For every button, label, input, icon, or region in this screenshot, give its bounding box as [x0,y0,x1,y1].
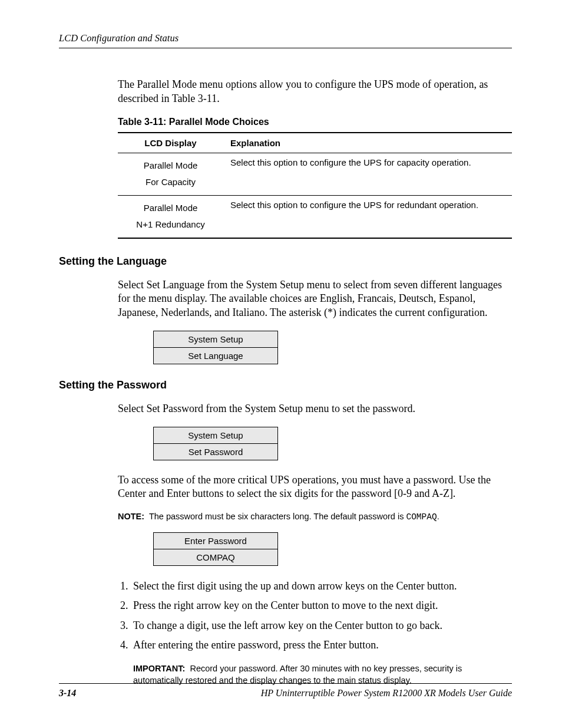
lcd-display-language: System Setup Set Language [153,331,278,364]
lcd-display-set-password: System Setup Set Password [153,427,278,460]
table-header-lcd: LCD Display [118,133,223,153]
lcd-line: Parallel Mode [144,203,198,213]
lcd-line: COMPAQ [154,549,278,566]
lcd-line: N+1 Redundancy [136,219,204,229]
password-note: NOTE: The password must be six character… [118,512,512,522]
note-suffix: . [437,512,439,521]
page-number: 3-14 [59,688,76,699]
heading-setting-password: Setting the Password [59,379,512,391]
lcd-line: System Setup [154,331,278,347]
heading-setting-language: Setting the Language [59,255,512,268]
important-label: IMPORTANT: [133,664,185,673]
table-cell-explanation: Select this option to configure the UPS … [223,153,512,195]
step-item: Press the right arrow key on the Center … [131,598,512,612]
parallel-mode-table: LCD Display Explanation Parallel Mode Fo… [118,132,512,239]
table-caption: Table 3-11: Parallel Mode Choices [118,117,512,127]
step-item: After entering the entire password, pres… [131,638,512,652]
table-cell-lcd: Parallel Mode N+1 Redundancy [118,195,223,238]
footer-title: HP Uninterruptible Power System R12000 X… [261,688,512,699]
lcd-display-enter-password: Enter Password COMPAQ [153,532,278,566]
lcd-line: Enter Password [154,533,278,549]
password-paragraph-2: To access some of the more critical UPS … [118,473,512,502]
page-footer: 3-14 HP Uninterruptible Power System R12… [59,683,512,699]
table-cell-lcd: Parallel Mode For Capacity [118,153,223,195]
step-item: To change a digit, use the left arrow ke… [131,618,512,633]
running-header: LCD Configuration and Status [59,32,512,48]
lcd-line: Parallel Mode [144,160,198,170]
table-cell-explanation: Select this option to configure the UPS … [223,195,512,238]
step-item: Select the first digit using the up and … [131,579,512,593]
password-paragraph-1: Select Set Password from the System Setu… [118,402,512,416]
lcd-line: For Capacity [146,177,196,187]
note-label: NOTE: [118,512,144,521]
intro-paragraph: The Parallel Mode menu options allow you… [118,78,512,106]
note-code: COMPAQ [406,512,437,522]
password-steps: Select the first digit using the up and … [118,579,512,652]
lcd-line: Set Language [154,347,278,364]
table-header-explanation: Explanation [223,133,512,153]
language-paragraph: Select Set Language from the System Setu… [118,278,512,320]
lcd-line: System Setup [154,427,278,443]
lcd-line: Set Password [154,443,278,460]
note-text: The password must be six characters long… [149,512,406,521]
